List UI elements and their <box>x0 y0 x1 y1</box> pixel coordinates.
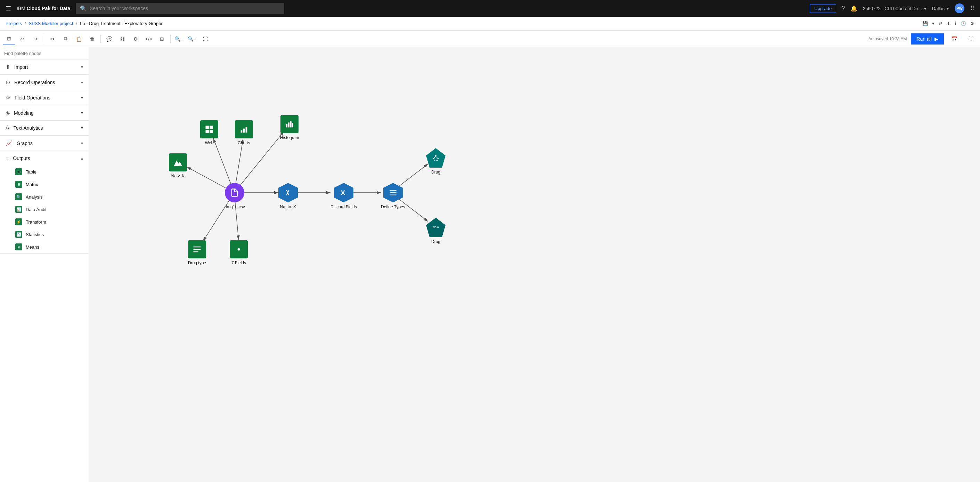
breadcrumb-projects-link[interactable]: Projects <box>6 21 22 26</box>
search-icon: 🔍 <box>80 5 87 12</box>
svg-line-18 <box>436 156 438 158</box>
palette-search-input[interactable] <box>4 51 84 56</box>
na-to-k-label: Na_to_K <box>280 204 296 209</box>
expand-button[interactable]: ⛶ <box>965 33 977 45</box>
drug-neural-shape <box>426 148 445 168</box>
run-all-label: Run all <box>916 36 932 42</box>
node-drug-type[interactable]: Drug type <box>188 240 206 265</box>
breadcrumb-current-page: 05 - Drug Treatment - Exploratory Graphs <box>80 21 163 26</box>
global-search-bar[interactable]: 🔍 <box>76 3 284 14</box>
redo-button[interactable]: ↪ <box>29 33 42 45</box>
graphs-icon: 📈 <box>6 140 13 147</box>
sidebar-section-text-analytics-header[interactable]: A Text Analytics ▾ <box>0 121 89 135</box>
node-discard-fields[interactable]: Discard Fields <box>331 183 357 209</box>
node-web[interactable]: Web <box>200 120 218 145</box>
notifications-icon[interactable]: 🔔 <box>850 5 858 12</box>
delete-button[interactable]: 🗑 <box>86 33 99 45</box>
schedule-button[interactable]: 📅 <box>948 33 961 45</box>
modeling-icon: ◈ <box>6 110 10 116</box>
toolbar-divider-1 <box>44 35 44 43</box>
record-ops-chevron-icon: ▾ <box>81 80 83 85</box>
svg-rect-24 <box>290 121 292 128</box>
sidebar-item-transform[interactable]: ⚡ Transform <box>0 215 89 228</box>
node-na-v-k[interactable]: Na v. K <box>169 153 187 179</box>
paste-button[interactable]: 📋 <box>73 33 85 45</box>
cut-button[interactable]: ✂ <box>46 33 59 45</box>
node-na-to-k[interactable]: Na_to_K <box>278 183 298 209</box>
drug-c50-label: Drug <box>431 239 440 244</box>
hamburger-menu-icon[interactable]: ☰ <box>6 5 11 12</box>
upgrade-button[interactable]: Upgrade <box>810 4 836 13</box>
sidebar-section-field-ops-header[interactable]: ⚙ Field Operations ▾ <box>0 90 89 105</box>
comment-button[interactable]: 💬 <box>103 33 115 45</box>
zoom-out-button[interactable]: 🔍− <box>173 33 185 45</box>
text-analytics-icon: A <box>6 125 10 131</box>
sidebar-section-graphs-header[interactable]: 📈 Graphs ▾ <box>0 136 89 151</box>
charts-label: Charts <box>238 140 250 145</box>
outputs-chevron-icon: ▴ <box>81 156 83 161</box>
histogram-label: Histogram <box>280 135 299 140</box>
breadcrumb-project-link[interactable]: SPSS Modeler project <box>29 21 73 26</box>
sidebar-section-outputs: ≡ Outputs ▴ ⊞ Table ⊟ Matrix 🔍 Analysis … <box>0 151 89 254</box>
sidebar-section-import-header[interactable]: ⬆ Import ▾ <box>0 59 89 74</box>
code-button[interactable]: </> <box>143 33 155 45</box>
sidebar-item-statistics[interactable]: 📉 Statistics <box>0 228 89 241</box>
analysis-item-label: Analysis <box>26 195 42 200</box>
svg-point-15 <box>434 160 436 161</box>
region-selector[interactable]: Dallas ▾ <box>932 6 949 11</box>
node-histogram[interactable]: Histogram <box>280 115 299 140</box>
undo-button[interactable]: ↩ <box>16 33 29 45</box>
help-icon[interactable]: ? <box>842 5 845 11</box>
run-icon: ▶ <box>934 36 938 42</box>
save-icon[interactable]: 💾 <box>922 21 928 26</box>
node-drug-neural[interactable]: Drug <box>426 148 445 175</box>
download-icon[interactable]: ⬇ <box>947 21 950 26</box>
drug-type-shape <box>188 240 206 259</box>
filter-button[interactable]: ⚙ <box>129 33 142 45</box>
history-icon[interactable]: 🕐 <box>961 21 966 26</box>
node-define-types[interactable]: Define Types <box>381 183 405 209</box>
sidebar-section-outputs-header[interactable]: ≡ Outputs ▴ <box>0 151 89 166</box>
sidebar-item-means[interactable]: ⊠ Means <box>0 241 89 253</box>
fit-button[interactable]: ⛶ <box>199 33 212 45</box>
avatar[interactable]: PW <box>955 3 964 13</box>
apps-icon[interactable]: ⠿ <box>970 5 974 12</box>
account-selector[interactable]: 2560722 - CPD Content De... ▾ <box>863 6 926 11</box>
node-charts[interactable]: Charts <box>235 120 253 145</box>
search-input[interactable] <box>90 6 280 11</box>
link-button[interactable]: ⛓ <box>116 33 129 45</box>
flow-canvas[interactable]: drug1n.csv Na_to_K Discard Fields Define… <box>89 47 980 482</box>
sidebar-section-modeling-header[interactable]: ◈ Modeling ▾ <box>0 105 89 120</box>
sidebar-item-matrix[interactable]: ⊟ Matrix <box>0 178 89 191</box>
run-all-button[interactable]: Run all ▶ <box>911 34 944 45</box>
share-icon[interactable]: ⇄ <box>939 21 942 26</box>
sidebar-item-table[interactable]: ⊞ Table <box>0 166 89 178</box>
sidebar-item-data-audit[interactable]: 📊 Data Audit <box>0 203 89 215</box>
record-ops-icon: ⊙ <box>6 79 10 86</box>
svg-point-26 <box>238 248 240 251</box>
autosave-status: Autosaved 10:38 AM <box>869 37 907 41</box>
sidebar-section-record-ops-header[interactable]: ⊙ Record Operations ▾ <box>0 75 89 90</box>
transform-item-label: Transform <box>26 219 46 225</box>
toolbar-divider-2 <box>100 35 101 43</box>
main-area: ⬆ Import ▾ ⊙ Record Operations ▾ ⚙ Field… <box>0 47 980 482</box>
table-button[interactable]: ⊟ <box>156 33 168 45</box>
matrix-item-label: Matrix <box>26 182 38 187</box>
svg-rect-25 <box>292 123 293 128</box>
sidebar-item-analysis[interactable]: 🔍 Analysis <box>0 191 89 203</box>
svg-line-7 <box>236 139 243 183</box>
node-drug-c50[interactable]: C5.0 Drug <box>426 218 445 244</box>
account-name: 2560722 - CPD Content De... <box>863 6 922 11</box>
node-7-fields[interactable]: 7 Fields <box>230 240 248 265</box>
node-drug1n[interactable]: drug1n.csv <box>224 183 245 209</box>
info-icon[interactable]: ℹ <box>955 21 956 26</box>
zoom-in-button[interactable]: 🔍+ <box>186 33 199 45</box>
palette-search-bar[interactable] <box>0 47 89 59</box>
select-tool-button[interactable]: ⊞ <box>3 33 15 45</box>
copy-button[interactable]: ⧉ <box>59 33 72 45</box>
breadcrumb-chevron-icon[interactable]: ▾ <box>932 21 934 26</box>
sidebar-section-modeling: ◈ Modeling ▾ <box>0 105 89 121</box>
web-shape <box>200 120 218 139</box>
toolbar-divider-3 <box>170 35 171 43</box>
settings-icon[interactable]: ⚙ <box>970 21 974 26</box>
